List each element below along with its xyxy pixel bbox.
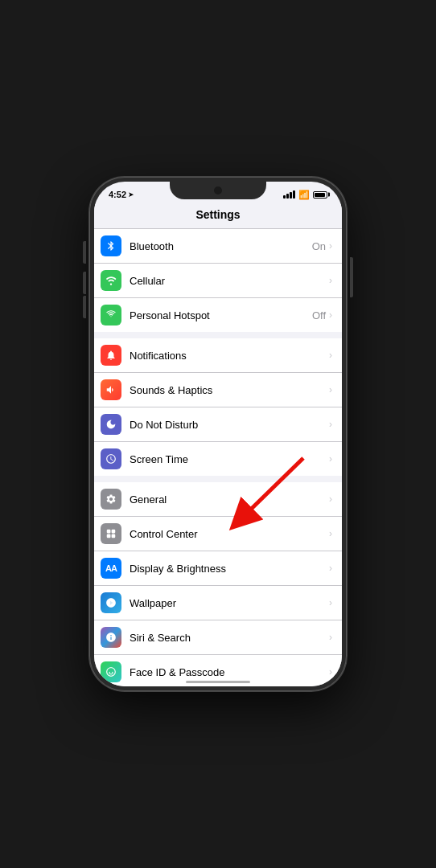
siri-icon bbox=[101, 627, 121, 648]
status-time: 4:52 bbox=[109, 190, 126, 199]
donotdisturb-chevron: › bbox=[329, 419, 332, 430]
controlcenter-icon bbox=[101, 523, 121, 544]
faceid-label: Face ID & Passcode bbox=[130, 666, 329, 678]
sounds-label: Sounds & Haptics bbox=[130, 384, 329, 396]
display-icon: AA bbox=[101, 558, 121, 579]
hotspot-label: Personal Hotspot bbox=[130, 309, 312, 321]
camera bbox=[214, 186, 222, 194]
donotdisturb-icon bbox=[101, 414, 121, 435]
group-connectivity: Bluetooth On › Cellular › bbox=[94, 229, 342, 332]
location-icon: ➤ bbox=[128, 190, 134, 199]
svg-rect-3 bbox=[112, 530, 116, 534]
svg-rect-4 bbox=[107, 534, 111, 538]
home-indicator bbox=[186, 681, 250, 683]
settings-row-bluetooth[interactable]: Bluetooth On › bbox=[94, 229, 342, 264]
battery-status-icon bbox=[313, 191, 327, 199]
bluetooth-value: On bbox=[312, 240, 326, 252]
page-title: Settings bbox=[195, 208, 240, 221]
siri-chevron: › bbox=[329, 632, 332, 643]
screentime-chevron: › bbox=[329, 453, 332, 465]
donotdisturb-label: Do Not Disturb bbox=[130, 419, 329, 431]
sounds-icon bbox=[101, 379, 121, 400]
settings-row-donotdisturb[interactable]: Do Not Disturb › bbox=[94, 407, 342, 442]
faceid-chevron: › bbox=[329, 666, 332, 678]
notifications-icon bbox=[101, 345, 121, 366]
settings-row-general[interactable]: General › bbox=[94, 482, 342, 517]
separator-1 bbox=[94, 332, 342, 338]
display-label: Display & Brightness bbox=[130, 563, 329, 575]
general-label: General bbox=[130, 493, 329, 506]
settings-row-screentime[interactable]: Screen Time › bbox=[94, 442, 342, 476]
bluetooth-chevron: › bbox=[329, 240, 332, 252]
settings-row-notifications[interactable]: Notifications › bbox=[94, 338, 342, 373]
controlcenter-chevron: › bbox=[329, 528, 332, 539]
bluetooth-icon bbox=[101, 235, 121, 256]
sounds-chevron: › bbox=[329, 384, 332, 395]
general-icon bbox=[101, 489, 121, 510]
group-general: General › Control Center › bbox=[94, 482, 342, 686]
screentime-icon bbox=[101, 448, 121, 469]
general-chevron: › bbox=[329, 493, 332, 505]
phone-frame: 4:52 ➤ 📶 Settings bbox=[89, 177, 347, 691]
separator-2 bbox=[94, 476, 342, 482]
settings-row-wallpaper[interactable]: Wallpaper › bbox=[94, 586, 342, 620]
faceid-icon bbox=[101, 661, 121, 682]
wifi-icon: 📶 bbox=[298, 190, 310, 200]
notifications-chevron: › bbox=[329, 350, 332, 361]
bluetooth-label: Bluetooth bbox=[130, 240, 312, 252]
cellular-label: Cellular bbox=[130, 275, 326, 287]
svg-rect-2 bbox=[107, 530, 111, 534]
status-icons: 📶 bbox=[283, 190, 327, 200]
settings-row-siri[interactable]: Siri & Search › bbox=[94, 620, 342, 655]
group-notifications: Notifications › Sounds & Haptics › bbox=[94, 338, 342, 476]
svg-rect-5 bbox=[112, 534, 116, 538]
settings-list[interactable]: Bluetooth On › Cellular › bbox=[94, 229, 342, 686]
notifications-label: Notifications bbox=[130, 350, 329, 362]
wallpaper-icon bbox=[101, 592, 121, 613]
page-header: Settings bbox=[94, 204, 342, 229]
settings-row-cellular[interactable]: Cellular › bbox=[94, 264, 342, 298]
signal-icon bbox=[283, 190, 295, 199]
wallpaper-label: Wallpaper bbox=[130, 597, 329, 609]
hotspot-icon bbox=[101, 305, 121, 326]
cellular-icon bbox=[101, 270, 121, 291]
hotspot-value: Off bbox=[312, 309, 326, 321]
settings-row-hotspot[interactable]: Personal Hotspot Off › bbox=[94, 298, 342, 332]
settings-row-sounds[interactable]: Sounds & Haptics › bbox=[94, 373, 342, 407]
cellular-chevron: › bbox=[329, 275, 332, 286]
phone-screen: 4:52 ➤ 📶 Settings bbox=[94, 182, 342, 686]
settings-row-controlcenter[interactable]: Control Center › bbox=[94, 517, 342, 551]
notch bbox=[170, 182, 266, 199]
siri-label: Siri & Search bbox=[130, 632, 329, 644]
wallpaper-chevron: › bbox=[329, 597, 332, 608]
screentime-label: Screen Time bbox=[130, 453, 329, 465]
settings-row-display[interactable]: AA Display & Brightness › bbox=[94, 551, 342, 586]
display-chevron: › bbox=[329, 563, 332, 574]
controlcenter-label: Control Center bbox=[130, 528, 329, 540]
hotspot-chevron: › bbox=[329, 309, 332, 321]
